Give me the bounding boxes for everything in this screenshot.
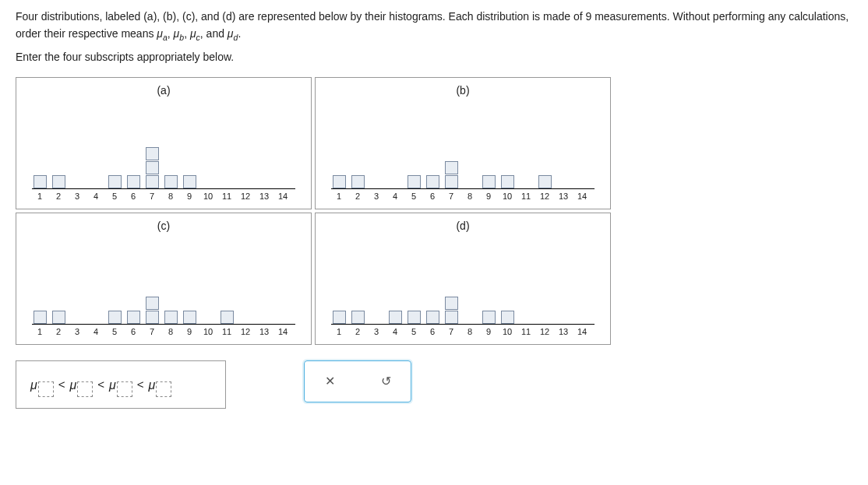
chart-a: (a) 1234567891011121314 <box>16 77 312 209</box>
mu-c: μc <box>190 27 200 40</box>
x-tick-label: 3 <box>369 192 384 201</box>
histogram-block <box>445 175 458 188</box>
histogram-block <box>501 311 514 324</box>
histogram-block <box>34 175 47 188</box>
chart-d: (d) 1234567891011121314 <box>315 213 611 345</box>
histogram-block <box>146 311 159 324</box>
bar-slot <box>443 296 459 324</box>
subscript-input-3[interactable] <box>117 381 132 397</box>
x-tick-label: 12 <box>238 327 253 336</box>
x-tick-label: 13 <box>256 327 272 336</box>
histogram-block <box>333 175 346 188</box>
bar-slot <box>32 310 48 324</box>
x-tick-label: 8 <box>163 327 178 336</box>
answer-box: μ < μ < μ < μ <box>16 360 226 409</box>
x-tick-label: 4 <box>88 192 104 201</box>
x-tick-label: 14 <box>275 327 291 336</box>
x-tick-label: 10 <box>499 192 515 201</box>
mu-slot-4: μ <box>149 377 172 392</box>
bar-slot <box>331 310 347 324</box>
bar-slot <box>163 174 178 188</box>
reset-button[interactable]: ↺ <box>373 369 398 394</box>
x-tick-label: 8 <box>462 192 478 201</box>
bar-slot <box>51 310 66 324</box>
x-tick-label: 2 <box>350 327 365 336</box>
x-tick-label: 9 <box>182 192 197 201</box>
bar-slot <box>125 310 141 324</box>
mu-slot-2: μ <box>70 377 94 392</box>
subscript-input-4[interactable] <box>156 381 171 397</box>
subscript-input-1[interactable] <box>38 381 54 397</box>
x-tick-label: 5 <box>406 327 422 336</box>
histogram-block <box>146 175 159 188</box>
x-tick-label: 4 <box>88 327 104 336</box>
x-tick-label: 7 <box>443 327 459 336</box>
close-button[interactable]: ✕ <box>317 369 342 394</box>
mu-slot-1: μ <box>30 377 54 392</box>
chart-grid: (a) 1234567891011121314 (b) 123456789101… <box>16 77 852 345</box>
x-tick-label: 5 <box>107 327 122 336</box>
enter-instruction: Enter the four subscripts appropriately … <box>16 51 852 63</box>
bar-slot <box>182 310 197 324</box>
bar-slot <box>499 310 515 324</box>
x-tick-label: 3 <box>369 327 384 336</box>
x-tick-label: 10 <box>200 192 216 201</box>
bar-slot <box>107 310 122 324</box>
subscript-input-2[interactable] <box>77 381 93 397</box>
histogram-block <box>538 175 552 188</box>
x-tick-label: 9 <box>481 192 496 201</box>
histogram-block <box>482 311 496 324</box>
histogram-block <box>408 175 421 188</box>
x-tick-label: 9 <box>481 327 496 336</box>
x-tick-label: 7 <box>443 192 459 201</box>
histogram-block <box>108 175 122 188</box>
x-tick-label: 2 <box>350 192 365 201</box>
bar-slot <box>443 160 459 188</box>
histogram-block <box>482 175 496 188</box>
bar-slot <box>537 174 552 188</box>
chart-c: (c) 1234567891011121314 <box>16 213 312 345</box>
x-tick-label: 8 <box>163 192 178 201</box>
histogram-block <box>146 161 159 174</box>
x-tick-label: 4 <box>387 327 403 336</box>
bar-slot <box>144 146 160 188</box>
bar-slot <box>182 174 197 188</box>
x-tick-label: 11 <box>518 192 534 201</box>
bar-slot <box>425 174 440 188</box>
histogram-block <box>445 297 458 310</box>
x-tick-label: 6 <box>125 192 141 201</box>
x-tick-label: 1 <box>331 327 347 336</box>
x-tick-label: 12 <box>537 192 552 201</box>
bar-slot <box>406 310 422 324</box>
chart-b: (b) 1234567891011121314 <box>315 77 611 209</box>
bar-slot <box>481 174 496 188</box>
histogram-block <box>127 311 140 324</box>
bar-slot <box>107 174 122 188</box>
bar-slot <box>125 174 141 188</box>
chart-title: (b) <box>456 84 469 97</box>
lt: < <box>58 378 65 391</box>
close-icon: ✕ <box>325 374 335 388</box>
x-tick-label: 14 <box>574 327 590 336</box>
x-tick-label: 14 <box>275 192 291 201</box>
x-tick-label: 13 <box>556 192 571 201</box>
histogram-block <box>426 175 439 188</box>
bar-slot <box>406 174 422 188</box>
histogram-block <box>183 311 196 324</box>
reset-icon: ↺ <box>381 374 391 388</box>
x-tick-label: 1 <box>331 192 347 201</box>
bar-slot <box>350 174 365 188</box>
x-tick-label: 5 <box>107 192 122 201</box>
bar-slot <box>163 310 178 324</box>
histogram-block <box>408 311 421 324</box>
histogram-block <box>501 175 514 188</box>
x-tick-label: 12 <box>537 327 552 336</box>
histogram-block <box>146 297 159 310</box>
bar-slot <box>387 310 403 324</box>
x-tick-label: 11 <box>219 327 235 336</box>
bar-slot <box>350 310 365 324</box>
histogram-block <box>426 311 439 324</box>
problem-statement: Four distributions, labeled (a), (b), (c… <box>16 8 852 44</box>
bar-slot <box>32 174 48 188</box>
x-tick-label: 1 <box>32 327 48 336</box>
